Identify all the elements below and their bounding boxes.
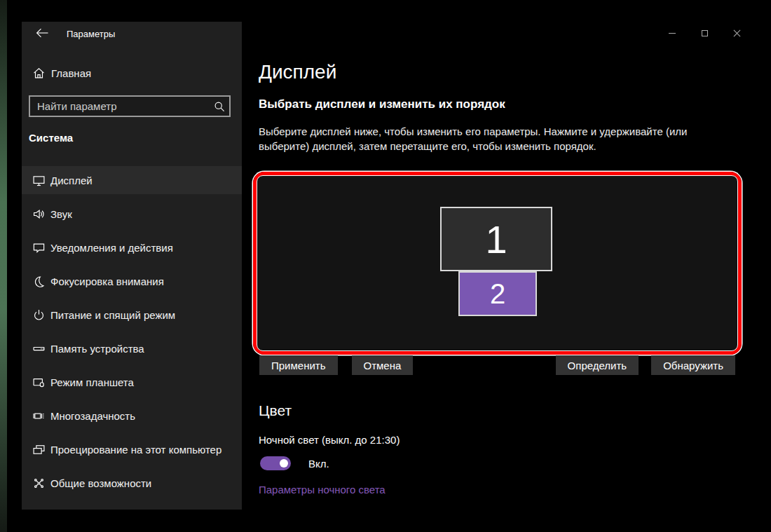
sidebar-item-storage[interactable]: Память устройства bbox=[22, 334, 242, 362]
page-title: Дисплей bbox=[259, 61, 336, 83]
focus-assist-icon bbox=[33, 275, 45, 287]
apply-button[interactable]: Применить bbox=[259, 355, 338, 375]
apply-cancel-group: Применить Отмена bbox=[259, 355, 413, 375]
sidebar-section-title: Система bbox=[29, 132, 73, 144]
sidebar-item-notifications[interactable]: Уведомления и действия bbox=[22, 233, 242, 261]
rearrange-description: Выберите дисплей ниже, чтобы изменить ег… bbox=[259, 124, 727, 154]
cancel-button[interactable]: Отмена bbox=[352, 355, 414, 375]
display-arrangement-canvas[interactable]: 1 2 bbox=[257, 175, 738, 351]
sidebar-item-label: Питание и спящий режим bbox=[50, 309, 175, 321]
sidebar-item-label: Уведомления и действия bbox=[50, 242, 173, 254]
monitor-2[interactable]: 2 bbox=[458, 271, 537, 316]
sidebar-item-home[interactable]: Главная bbox=[22, 60, 242, 86]
toggle-state-label: Вкл. bbox=[308, 458, 329, 470]
window-caption-controls bbox=[656, 22, 753, 44]
minimize-icon bbox=[669, 33, 676, 34]
sidebar-item-label: Дисплей bbox=[50, 175, 93, 186]
maximize-icon bbox=[702, 30, 708, 36]
sidebar-item-label: Память устройства bbox=[50, 343, 144, 355]
maximize-button[interactable] bbox=[688, 22, 721, 44]
home-icon bbox=[33, 67, 45, 79]
desktop-wallpaper-edge bbox=[0, 0, 7, 532]
rearrange-section-title: Выбрать дисплеи и изменить их порядок bbox=[259, 97, 505, 111]
sidebar-item-display[interactable]: Дисплей bbox=[22, 166, 242, 194]
sidebar-item-label: Общие возможности bbox=[50, 477, 151, 489]
sidebar-item-label: Звук bbox=[50, 208, 72, 220]
sidebar-item-sound[interactable]: Звук bbox=[22, 200, 242, 228]
storage-icon bbox=[33, 343, 45, 355]
toggle-knob-icon bbox=[280, 459, 288, 468]
monitor-2-number: 2 bbox=[490, 278, 505, 310]
sidebar-item-tablet-mode[interactable]: Режим планшета bbox=[22, 368, 242, 396]
notifications-icon bbox=[33, 242, 45, 254]
display-icon bbox=[33, 175, 45, 186]
sidebar-item-power-sleep[interactable]: Питание и спящий режим bbox=[22, 301, 242, 329]
sidebar-item-label: Фокусировка внимания bbox=[50, 275, 164, 287]
sidebar-item-label: Режим планшета bbox=[50, 376, 134, 388]
sidebar-item-shared-experiences[interactable]: Общие возможности bbox=[22, 469, 242, 497]
identify-button[interactable]: Определить bbox=[556, 355, 639, 375]
sidebar-item-focus-assist[interactable]: Фокусировка внимания bbox=[22, 267, 242, 295]
sidebar-item-label: Многозадачность bbox=[50, 410, 135, 422]
night-light-label: Ночной свет (выкл. до 21:30) bbox=[259, 434, 400, 446]
close-button[interactable] bbox=[721, 22, 753, 44]
shared-experiences-icon bbox=[33, 477, 45, 489]
multitasking-icon bbox=[33, 410, 45, 422]
back-button[interactable] bbox=[29, 26, 55, 43]
minimize-button[interactable] bbox=[656, 22, 688, 44]
monitor-1-number: 1 bbox=[485, 217, 507, 262]
app-title: Параметры bbox=[67, 29, 115, 39]
sidebar: Параметры Главная Система bbox=[22, 22, 242, 510]
sidebar-item-label: Главная bbox=[51, 67, 91, 79]
annotation-highlight: 1 2 bbox=[253, 172, 742, 355]
power-sleep-icon bbox=[33, 309, 45, 321]
search-box bbox=[29, 95, 231, 117]
night-light-toggle-row: Вкл. bbox=[260, 456, 329, 470]
close-icon bbox=[733, 29, 741, 37]
sound-icon bbox=[33, 208, 45, 220]
search-input[interactable] bbox=[30, 100, 210, 112]
sidebar-item-label: Проецирование на этот компьютер bbox=[50, 444, 221, 456]
night-light-settings-link[interactable]: Параметры ночного света bbox=[259, 484, 386, 496]
arrangement-buttons-row: Применить Отмена Определить Обнаружить bbox=[259, 355, 735, 375]
color-section-title: Цвет bbox=[259, 402, 292, 419]
detect-button[interactable]: Обнаружить bbox=[651, 355, 735, 375]
monitor-1[interactable]: 1 bbox=[440, 207, 552, 271]
sidebar-item-multitasking[interactable]: Многозадачность bbox=[22, 402, 242, 430]
sidebar-nav: Дисплей Звук Уведомления и действия bbox=[22, 166, 242, 503]
identify-detect-group: Определить Обнаружить bbox=[556, 355, 735, 375]
tablet-mode-icon bbox=[33, 376, 45, 388]
night-light-toggle[interactable] bbox=[260, 456, 291, 470]
sidebar-item-projecting[interactable]: Проецирование на этот компьютер bbox=[22, 435, 242, 463]
search-icon[interactable] bbox=[210, 97, 229, 116]
projecting-icon bbox=[33, 444, 45, 456]
settings-window: Параметры Главная Система bbox=[22, 22, 771, 510]
back-arrow-icon bbox=[36, 28, 49, 41]
